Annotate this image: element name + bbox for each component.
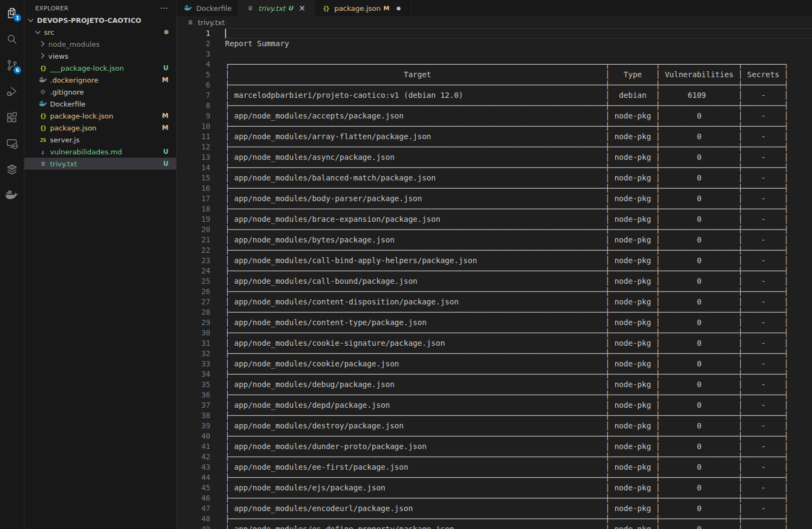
line-content[interactable]: ├───────────────────────────────────────… — [225, 101, 812, 111]
line-content[interactable]: ├───────────────────────────────────────… — [225, 266, 812, 276]
line-content[interactable]: ├───────────────────────────────────────… — [225, 431, 812, 441]
tree-item-.gitignore[interactable]: .gitignore — [24, 86, 176, 98]
activity-item-remote-explorer[interactable] — [0, 130, 24, 157]
tree-item-___package-lock.json[interactable]: {}___package-lock.jsonU — [24, 62, 176, 74]
breadcrumb[interactable]: ≡ trivy.txt — [177, 16, 812, 28]
more-actions-icon[interactable]: ⋯ — [158, 5, 171, 11]
editor-line: 46├─────────────────────────────────────… — [177, 493, 812, 503]
line-content[interactable]: │ app/node_modules/cookie-signature/pack… — [225, 338, 812, 348]
root-folder-label: DEVOPS-PROJETO-CAOTICO — [37, 16, 141, 24]
tree-item-server.js[interactable]: JSserver.js — [24, 134, 176, 146]
line-number: 7 — [177, 90, 210, 101]
editor-line: 33│ app/node_modules/cookie/package.json… — [177, 359, 812, 369]
activity-item-extensions[interactable] — [0, 104, 24, 130]
tab-Dockerfile[interactable]: Dockerfile — [177, 0, 239, 16]
tree-item-package.json[interactable]: {}package.jsonM — [24, 122, 176, 134]
line-number: 39 — [177, 421, 210, 431]
line-number: 49 — [177, 524, 210, 529]
tab-label: package.json — [334, 4, 381, 13]
json-icon: {} — [38, 123, 50, 132]
dirty-dot-icon[interactable]: ● — [393, 3, 404, 14]
chevron-down-icon — [34, 28, 42, 36]
line-content[interactable]: ├───────────────────────────────────────… — [225, 245, 812, 256]
line-number: 18 — [177, 204, 210, 214]
tree-item-.dockerignore[interactable]: .dockerignoreM — [24, 74, 176, 86]
line-number: 32 — [177, 348, 210, 359]
line-content[interactable]: │ app/node_modules/balanced-match/packag… — [225, 173, 812, 183]
line-content[interactable]: │ app/node_modules/debug/package.json │ … — [225, 379, 812, 390]
line-content[interactable] — [225, 49, 812, 59]
line-content[interactable]: ├───────────────────────────────────────… — [225, 80, 812, 90]
line-content[interactable]: ├───────────────────────────────────────… — [225, 183, 812, 194]
line-content[interactable]: │ app/node_modules/es-define-property/pa… — [225, 524, 812, 529]
line-content[interactable]: │ app/node_modules/encodeurl/package.jso… — [225, 503, 812, 514]
line-content[interactable] — [225, 28, 812, 39]
tree-item-node_modules[interactable]: node_modules — [24, 38, 176, 50]
line-content[interactable]: ├───────────────────────────────────────… — [225, 493, 812, 503]
line-content[interactable]: ├───────────────────────────────────────… — [225, 204, 812, 214]
activity-item-run-debug[interactable] — [0, 78, 24, 104]
line-content[interactable]: ├───────────────────────────────────────… — [225, 225, 812, 235]
text-editor[interactable]: 12Report Summary34┌─────────────────────… — [177, 28, 812, 529]
activity-item-docker[interactable] — [0, 183, 24, 209]
tree-item-Dockerfile[interactable]: Dockerfile — [24, 98, 176, 110]
line-content[interactable]: ├───────────────────────────────────────… — [225, 514, 812, 524]
line-content[interactable]: │ app/node_modules/call-bound/package.js… — [225, 276, 812, 287]
file-label: vulnerabilidades.md — [50, 148, 122, 156]
tree-item-src[interactable]: src — [24, 26, 176, 38]
line-number: 1 — [177, 28, 210, 39]
line-content[interactable]: ├───────────────────────────────────────… — [225, 472, 812, 483]
line-content[interactable]: ├───────────────────────────────────────… — [225, 390, 812, 400]
line-content[interactable]: │ app/node_modules/dunder-proto/package.… — [225, 441, 812, 452]
line-content[interactable]: │ app/node_modules/depd/package.json │ n… — [225, 400, 812, 410]
line-content[interactable]: │ app/node_modules/destroy/package.json … — [225, 421, 812, 431]
line-content[interactable]: ├───────────────────────────────────────… — [225, 369, 812, 379]
tree-item-vulnerabilidades.md[interactable]: ↓vulnerabilidades.mdU — [24, 146, 176, 158]
line-content[interactable]: │ app/node_modules/async/package.json │ … — [225, 152, 812, 163]
tree-root-folder[interactable]: DEVOPS-PROJETO-CAOTICO — [24, 14, 176, 26]
line-content[interactable]: ├───────────────────────────────────────… — [225, 142, 812, 152]
line-content[interactable]: ├───────────────────────────────────────… — [225, 307, 812, 318]
line-content[interactable]: │ app/node_modules/ee-first/package.json… — [225, 462, 812, 472]
activity-item-explorer[interactable]: 1 — [0, 0, 24, 26]
line-content[interactable]: ├───────────────────────────────────────… — [225, 410, 812, 421]
tree-item-trivy.txt[interactable]: ≡trivy.txtU — [24, 158, 176, 170]
line-content[interactable]: │ app/node_modules/cookie/package.json │… — [225, 359, 812, 369]
line-content[interactable]: ├───────────────────────────────────────… — [225, 452, 812, 462]
line-content[interactable]: ├───────────────────────────────────────… — [225, 287, 812, 297]
line-content[interactable]: │ app/node_modules/array-flatten/package… — [225, 132, 812, 142]
line-content[interactable]: ┌───────────────────────────────────────… — [225, 59, 812, 70]
line-content[interactable]: │ app/node_modules/brace-expansion/packa… — [225, 214, 812, 225]
line-content[interactable]: ├───────────────────────────────────────… — [225, 328, 812, 338]
chevron-right-icon — [38, 40, 47, 48]
line-content[interactable]: │ app/node_modules/content-disposition/p… — [225, 297, 812, 307]
activity-item-search[interactable] — [0, 26, 24, 52]
chevron-right-icon — [38, 52, 47, 60]
line-content[interactable]: │ app/node_modules/bytes/package.json │ … — [225, 235, 812, 245]
line-content[interactable]: │ app/node_modules/accepts/package.json … — [225, 111, 812, 121]
line-content[interactable]: ├───────────────────────────────────────… — [225, 348, 812, 359]
line-content[interactable]: │ app/node_modules/ejs/package.json │ no… — [225, 483, 812, 493]
line-content[interactable]: │ app/node_modules/content-type/package.… — [225, 318, 812, 328]
close-icon[interactable]: × — [297, 3, 308, 14]
activity-item-container-scan[interactable] — [0, 157, 24, 183]
tree-item-views[interactable]: views — [24, 50, 176, 62]
tab-package.json[interactable]: {}package.jsonM● — [315, 0, 411, 16]
editor-line: 49│ app/node_modules/es-define-property/… — [177, 524, 812, 529]
tab-trivy.txt[interactable]: ≡trivy.txtU× — [239, 0, 315, 16]
activity-item-source-control[interactable]: 6 — [0, 52, 24, 78]
line-number: 29 — [177, 318, 210, 328]
line-content[interactable]: │ Target │ Type │ Vulnerabilities │ Secr… — [225, 70, 812, 80]
line-content[interactable]: ├───────────────────────────────────────… — [225, 163, 812, 173]
editor-line: 16├─────────────────────────────────────… — [177, 183, 812, 194]
text-file-icon: ≡ — [185, 18, 195, 27]
tree-item-package-lock.json[interactable]: {}package-lock.jsonM — [24, 110, 176, 122]
line-content[interactable]: │ marcelodpbarbieri/projeto-caotico:v1 (… — [225, 90, 812, 101]
editor-line: 40├─────────────────────────────────────… — [177, 431, 812, 441]
line-content[interactable]: Report Summary — [225, 39, 812, 49]
line-number: 11 — [177, 132, 210, 142]
line-content[interactable]: │ app/node_modules/call-bind-apply-helpe… — [225, 256, 812, 266]
line-number: 6 — [177, 80, 210, 90]
line-content[interactable]: │ app/node_modules/body-parser/package.j… — [225, 194, 812, 204]
line-content[interactable]: ├───────────────────────────────────────… — [225, 121, 812, 132]
